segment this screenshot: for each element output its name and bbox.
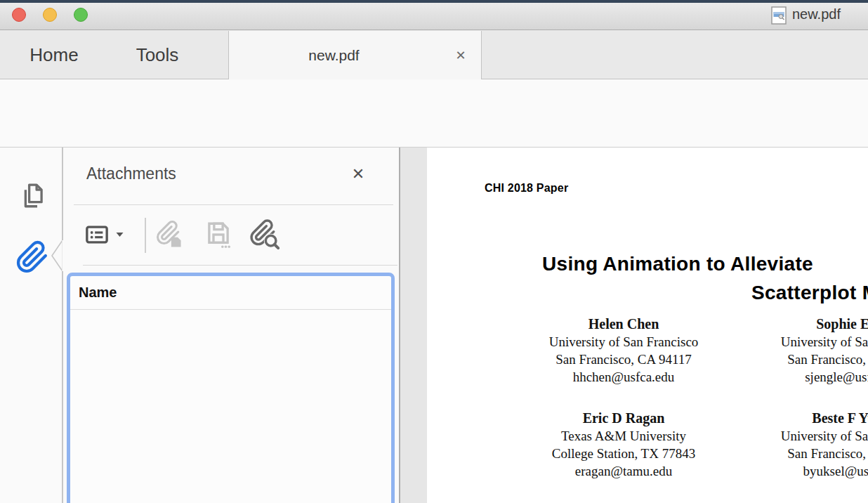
panel-toolbar-divider [145,218,146,253]
author-affiliation: University of San Francisco [747,427,868,445]
page-thumbnails-button[interactable] [14,177,51,214]
author-email: eragan@tamu.edu [515,462,732,480]
author-affiliation: University of San Francisco [515,333,732,351]
search-attachments-icon [249,218,281,251]
attachments-name-column-header[interactable]: Name [70,276,391,310]
active-panel-notch [48,237,64,274]
author-address: San Francisco, CA 94117 [747,351,868,368]
view-options-button[interactable] [83,218,124,252]
tab-home-label: Home [29,44,78,66]
attachments-empty-list[interactable] [70,310,391,503]
pdf-page[interactable]: CHI 2018 Paper Using Animation to Allevi… [427,148,868,503]
attachments-rail-button[interactable] [14,239,51,275]
open-attachment-icon [154,219,185,250]
main-toolbar: / 12 [0,79,868,148]
author-email: byuksel@usfca.edu [747,462,868,480]
author-name: Eric D Ragan [515,410,732,427]
author-email: hhchen@usfca.edu [515,368,732,386]
tab-tools[interactable]: Tools [108,30,206,79]
attachments-list[interactable]: Name [67,273,395,503]
tab-tools-label: Tools [136,44,179,66]
document-tab-label: new.pdf [229,31,439,80]
attachments-icon [15,240,49,274]
document-tab[interactable]: new.pdf ✕ [228,31,482,80]
pdf-file-icon [771,6,787,25]
author-block: Sophie Engle University of San Francisco… [747,315,868,386]
attachments-panel-title: Attachments [86,164,176,183]
author-affiliation: Texas A&M University [515,427,732,445]
attachments-panel-close-button[interactable]: ✕ [347,163,369,185]
window-title: new.pdf [792,6,841,22]
document-view: CHI 2018 Paper Using Animation to Allevi… [400,148,868,503]
view-options-icon [83,221,111,249]
author-address: San Francisco, CA 94117 [747,445,868,462]
search-attachments-button[interactable] [249,218,281,252]
author-block: Eric D Ragan Texas A&M University Colleg… [515,410,732,480]
paper-title-line-2: Scatterplot Matrices [751,282,868,304]
close-window-button[interactable] [12,8,26,22]
titlebar: new.pdf [0,0,868,30]
conference-header: CHI 2018 Paper [485,182,568,195]
content-area: Attachments ✕ [0,148,868,503]
author-block: Helen Chen University of San Francisco S… [515,315,732,386]
save-attachment-button[interactable] [204,218,233,252]
minimize-window-button[interactable] [43,8,57,22]
author-address: San Francisco, CA 94117 [515,351,732,368]
attachments-panel: Attachments ✕ [63,148,399,503]
panel-divider [83,265,397,266]
author-email: sjengle@usfca.edu [747,368,868,386]
zoom-window-button[interactable] [74,8,88,22]
author-address: College Station, TX 77843 [515,445,732,462]
tab-home[interactable]: Home [0,30,108,79]
paper-title-line-1: Using Animation to Alleviate [542,253,813,275]
open-attachment-button[interactable] [154,218,185,252]
save-attachment-icon [204,219,233,250]
pdf-viewer-window: new.pdf Home Tools new.pdf ✕ [0,0,868,503]
author-name: Sophie Engle [747,315,868,333]
navigation-rail [0,148,62,503]
author-name: Helen Chen [515,315,732,333]
author-block: Beste F Yuksel University of San Francis… [747,410,868,480]
author-name: Beste F Yuksel [747,410,868,427]
document-tab-close-button[interactable]: ✕ [450,45,471,66]
panel-divider [74,204,393,205]
dropdown-caret-icon [116,232,124,237]
page-thumbnails-icon [18,181,47,210]
author-affiliation: University of San Francisco [747,333,868,351]
tab-bar: Home Tools new.pdf ✕ [0,30,868,79]
